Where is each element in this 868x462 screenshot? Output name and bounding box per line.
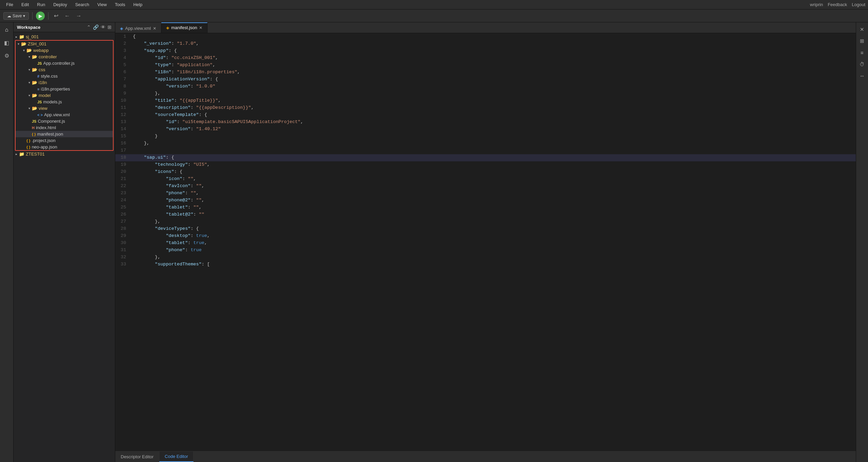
clock-icon[interactable]: ⏱	[858, 60, 867, 68]
tree-item-neo-appjson[interactable]: { }neo-app.json	[16, 144, 113, 150]
tree-item-Componentjs[interactable]: JSComponent.js	[16, 118, 113, 124]
tab-close-xml[interactable]: ✕	[153, 26, 156, 31]
feedback-link[interactable]: Feedback	[828, 2, 847, 7]
line-content-31[interactable]: "phone": true	[132, 247, 856, 254]
line-content-27[interactable]: },	[132, 218, 856, 225]
line-content-21[interactable]: "icon": "",	[132, 176, 856, 183]
line-content-25[interactable]: "tablet": "",	[132, 204, 856, 211]
grid-icon[interactable]: ⊞	[107, 24, 112, 30]
save-dropdown-icon[interactable]: ▾	[23, 14, 25, 18]
tree-item-modelsjs[interactable]: JSmodels.js	[16, 99, 113, 105]
line-content-18[interactable]: "sap.ui": {	[132, 154, 856, 161]
code-editor[interactable]: 1{2 "_version": "1.7.0",3 "sap.app": {4 …	[115, 33, 856, 451]
home-icon[interactable]: ⌂	[2, 25, 12, 35]
tree-item-webapp[interactable]: ▾📂webapp	[16, 47, 113, 54]
tree-label-models.js: models.js	[43, 99, 62, 104]
tree-item-i18nproperties[interactable]: ≡i18n.properties	[16, 86, 113, 92]
tree-item-ZTEST01[interactable]: ▸📁ZTEST01	[14, 151, 115, 157]
tree-item-css[interactable]: ▾📂css	[16, 66, 113, 73]
code-line-26: 26 "tablet@2": ""	[115, 211, 856, 218]
tab-descriptor-editor[interactable]: Descriptor Editor	[115, 451, 159, 462]
line-content-13[interactable]: "id": "ui5template.basicSAPUI5Applicatio…	[132, 119, 856, 126]
line-content-26[interactable]: "tablet@2": ""	[132, 211, 856, 218]
tree-item-stylecss[interactable]: #style.css	[16, 73, 113, 79]
tree-item-i18n[interactable]: ▾📂i18n	[16, 79, 113, 86]
menu-help[interactable]: Help	[130, 1, 146, 8]
tree-item-indexhtml[interactable]: Hindex.html	[16, 124, 113, 131]
tree-item-manifestjson[interactable]: { }manifest.json	[16, 131, 113, 137]
resize-icon[interactable]: ↔	[858, 71, 867, 80]
link-icon[interactable]: 🔗	[93, 24, 99, 30]
tree-label-ZTEST01: ZTEST01	[26, 152, 45, 157]
line-content-16[interactable]: },	[132, 140, 856, 147]
forward-button[interactable]: →	[74, 12, 83, 20]
menu-file[interactable]: File	[3, 1, 17, 8]
line-content-15[interactable]: }	[132, 133, 856, 140]
menu-view[interactable]: View	[94, 1, 110, 8]
close-panel-icon[interactable]: ✕	[858, 25, 867, 34]
line-content-2[interactable]: "_version": "1.7.0",	[132, 40, 856, 47]
tab-manifest-json[interactable]: ◈ manifest.json ✕	[161, 22, 208, 33]
tab-code-editor[interactable]: Code Editor	[159, 451, 194, 462]
line-content-5[interactable]: "type": "application",	[132, 62, 856, 69]
tree-item-model[interactable]: ▾📂model	[16, 92, 113, 99]
tree-item-Appview.xml[interactable]: < >App.view.xml	[16, 112, 113, 118]
undo-button[interactable]: ↩	[52, 12, 60, 20]
line-content-30[interactable]: "tablet": true,	[132, 240, 856, 247]
xml-file-icon: ◈	[120, 26, 123, 31]
explorer-icon[interactable]: ◧	[2, 38, 12, 47]
tree-item-sj_001[interactable]: ▸📁sj_001	[14, 34, 115, 40]
code-line-18: 18 "sap.ui": {	[115, 154, 856, 161]
line-content-32[interactable]: },	[132, 254, 856, 261]
line-content-20[interactable]: "icons": {	[132, 168, 856, 176]
line-content-22[interactable]: "favIcon": "",	[132, 183, 856, 190]
menu-run[interactable]: Run	[34, 1, 48, 8]
code-line-32: 32 },	[115, 254, 856, 261]
line-content-14[interactable]: "version": "1.40.12"	[132, 126, 856, 133]
logout-link[interactable]: Logout	[852, 2, 865, 7]
tree-label-sj_001: sj_001	[26, 34, 39, 39]
line-content-12[interactable]: "sourceTemplate": {	[132, 112, 856, 119]
line-content-28[interactable]: "deviceTypes": {	[132, 225, 856, 233]
line-content-23[interactable]: "phone": "",	[132, 190, 856, 197]
line-content-24[interactable]: "phone@2": "",	[132, 197, 856, 204]
line-content-4[interactable]: "id": "cc.cnixZSH_001",	[132, 55, 856, 62]
menu-tools[interactable]: Tools	[112, 1, 129, 8]
tab-close-json[interactable]: ✕	[199, 25, 202, 30]
line-content-33[interactable]: "supportedThemes": [	[132, 261, 856, 268]
collapse-icon[interactable]: ⌃	[87, 24, 91, 30]
tree-item-view[interactable]: ▾📂view	[16, 105, 113, 112]
line-content-7[interactable]: "applicationVersion": {	[132, 76, 856, 83]
file-tree-header-icons: ⌃ 🔗 👁 ⊞	[87, 24, 112, 30]
tree-item-controller[interactable]: ▾📂controller	[16, 54, 113, 60]
file-tree-header: Workspace ⌃ 🔗 👁 ⊞	[14, 22, 115, 32]
code-line-31: 31 "phone": true	[115, 247, 856, 254]
line-content-29[interactable]: "desktop": true,	[132, 233, 856, 240]
tree-item-ZSH_001[interactable]: ▾📂ZSH_001	[16, 41, 113, 47]
line-content-1[interactable]: {	[132, 33, 856, 40]
tree-item-project.json[interactable]: { }.project.json	[16, 137, 113, 144]
back-button[interactable]: ←	[62, 12, 72, 20]
tree-item-Appcontroller.js[interactable]: JSApp.controller.js	[16, 60, 113, 66]
line-number-23: 23	[115, 190, 132, 197]
line-content-11[interactable]: "description": "{{appDescription}}",	[132, 104, 856, 112]
menu-search[interactable]: Search	[72, 1, 93, 8]
grid-view-icon[interactable]: ⊞	[858, 37, 867, 45]
line-content-8[interactable]: "version": "1.0.0"	[132, 83, 856, 90]
line-content-6[interactable]: "i18n": "i18n/i18n.properties",	[132, 69, 856, 76]
tree-label-.project.json: .project.json	[32, 138, 56, 143]
line-content-3[interactable]: "sap.app": {	[132, 47, 856, 55]
menu-deploy[interactable]: Deploy	[50, 1, 70, 8]
line-content-10[interactable]: "title": "{{appTitle}}",	[132, 97, 856, 104]
save-button[interactable]: ☁ Save ▾	[3, 12, 29, 20]
line-content-17[interactable]	[132, 147, 856, 154]
menu-edit[interactable]: Edit	[18, 1, 32, 8]
run-button[interactable]: ▶	[36, 12, 45, 20]
eye-icon[interactable]: 👁	[101, 24, 105, 30]
settings-icon[interactable]: ⚙	[2, 51, 12, 60]
line-content-9[interactable]: },	[132, 90, 856, 97]
line-number-19: 19	[115, 161, 132, 168]
tab-app-view-xml[interactable]: ◈ App.view.xml ✕	[115, 24, 161, 33]
line-content-19[interactable]: "technology": "UI5",	[132, 161, 856, 168]
menu-list-icon[interactable]: ≡	[858, 48, 867, 57]
